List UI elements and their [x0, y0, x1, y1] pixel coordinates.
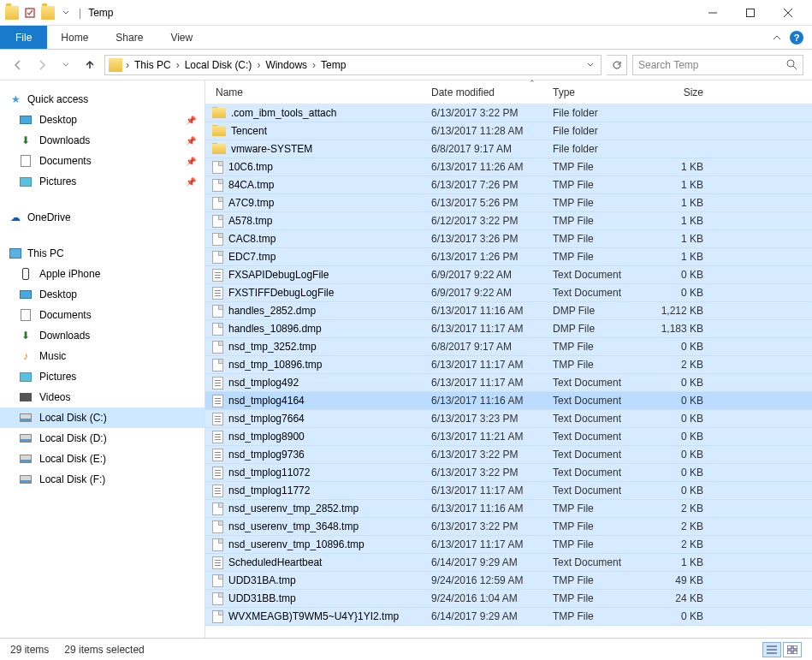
file-rows[interactable]: .com_ibm_tools_attach 6/13/2017 3:22 PM … [205, 104, 812, 638]
file-row[interactable]: FXSTIFFDebugLogFile 6/9/2017 9:22 AM Tex… [205, 284, 812, 302]
search-input[interactable] [638, 59, 786, 71]
breadcrumb-drive[interactable]: Local Disk (C:) [181, 56, 256, 74]
file-row[interactable]: nsd_tmplog8900 6/13/2017 11:21 AM Text D… [205, 428, 812, 446]
downloads-icon: ⬇ [19, 134, 33, 147]
text-file-icon [212, 269, 223, 282]
home-tab[interactable]: Home [47, 26, 102, 49]
file-row[interactable]: vmware-SYSTEM 6/8/2017 9:17 AM File fold… [205, 140, 812, 158]
file-date: 6/13/2017 11:17 AM [431, 377, 553, 389]
column-header-size[interactable]: Size [645, 86, 712, 98]
close-button[interactable] [769, 1, 807, 25]
sidebar-item[interactable]: Local Disk (C:) [0, 407, 204, 428]
maximize-button[interactable] [732, 1, 769, 25]
sidebar-item[interactable]: Local Disk (E:) [0, 449, 204, 469]
file-row[interactable]: FXSAPIDebugLogFile 6/9/2017 9:22 AM Text… [205, 266, 812, 284]
sidebar-item[interactable]: Documents [0, 305, 204, 325]
minimize-button[interactable] [694, 1, 732, 25]
file-tab[interactable]: File [0, 26, 47, 49]
file-row[interactable]: Tencent 6/13/2017 11:28 AM File folder [205, 122, 812, 140]
file-row[interactable]: EDC7.tmp 6/13/2017 1:26 PM TMP File 1 KB [205, 248, 812, 266]
disk-icon [19, 411, 33, 425]
sidebar-item[interactable]: Documents 📌 [0, 151, 204, 171]
file-row[interactable]: WVXMEAGB)T9WM5~U4Y}1YI2.tmp 6/14/2017 9:… [205, 608, 812, 626]
sidebar-item[interactable]: Desktop [0, 284, 204, 305]
file-row[interactable]: UDD31BB.tmp 9/24/2016 1:04 AM TMP File 2… [205, 590, 812, 608]
file-row[interactable]: ScheduledHeartbeat 6/14/2017 9:29 AM Tex… [205, 554, 812, 572]
address-dropdown-icon[interactable] [587, 62, 594, 68]
file-row[interactable]: handles_10896.dmp 6/13/2017 11:17 AM DMP… [205, 320, 812, 338]
breadcrumb-this-pc[interactable]: This PC [131, 56, 175, 74]
file-row[interactable]: nsd_tmplog492 6/13/2017 11:17 AM Text Do… [205, 374, 812, 392]
file-row[interactable]: 10C6.tmp 6/13/2017 11:26 AM TMP File 1 K… [205, 158, 812, 176]
pin-icon: 📌 [186, 157, 196, 166]
column-header-date[interactable]: Date modified [431, 86, 553, 98]
file-row[interactable]: nsd_tmp_3252.tmp 6/8/2017 9:17 AM TMP Fi… [205, 338, 812, 356]
sidebar-item-label: Local Disk (D:) [39, 432, 107, 444]
refresh-button[interactable] [607, 55, 627, 75]
view-tab[interactable]: View [157, 26, 206, 49]
file-row[interactable]: A7C9.tmp 6/13/2017 5:26 PM TMP File 1 KB [205, 194, 812, 212]
share-tab[interactable]: Share [102, 26, 157, 49]
navigation-pane[interactable]: ★ Quick access Desktop 📌 ⬇ Downloads 📌 D… [0, 80, 205, 638]
onedrive-header[interactable]: ☁ OneDrive [0, 207, 204, 228]
column-header-name[interactable]: Name [212, 86, 431, 98]
this-pc-header[interactable]: This PC [0, 243, 204, 264]
file-row[interactable]: A578.tmp 6/12/2017 3:22 PM TMP File 1 KB [205, 212, 812, 230]
qa-newfolder-icon[interactable] [41, 6, 55, 20]
thumbnails-view-button[interactable] [783, 642, 802, 657]
sidebar-item[interactable]: Videos [0, 387, 204, 407]
column-header-type[interactable]: Type [553, 86, 645, 98]
breadcrumb-temp[interactable]: Temp [317, 56, 349, 74]
file-row[interactable]: .com_ibm_tools_attach 6/13/2017 3:22 PM … [205, 104, 812, 122]
sidebar-item[interactable]: ⬇ Downloads [0, 325, 204, 346]
file-row[interactable]: UDD31BA.tmp 9/24/2016 12:59 AM TMP File … [205, 572, 812, 590]
ribbon-expand-icon[interactable] [773, 33, 781, 42]
chevron-right-icon[interactable]: › [175, 59, 181, 71]
chevron-right-icon[interactable]: › [124, 59, 131, 71]
chevron-right-icon[interactable]: › [311, 59, 317, 71]
sidebar-item[interactable]: Local Disk (D:) [0, 428, 204, 449]
sidebar-item[interactable]: Desktop 📌 [0, 110, 204, 130]
sidebar-item[interactable]: Local Disk (F:) [0, 469, 204, 490]
file-row[interactable]: nsd_tmplog4164 6/13/2017 11:16 AM Text D… [205, 392, 812, 410]
file-name: A7C9.tmp [228, 197, 274, 209]
help-icon[interactable]: ? [790, 31, 803, 45]
file-row[interactable]: nsd_userenv_tmp_10896.tmp 6/13/2017 11:1… [205, 536, 812, 554]
forward-button[interactable] [33, 56, 51, 74]
folder-icon [109, 58, 122, 72]
quick-access-header[interactable]: ★ Quick access [0, 89, 204, 110]
file-row[interactable]: handles_2852.dmp 6/13/2017 11:16 AM DMP … [205, 302, 812, 320]
sidebar-item[interactable]: Pictures [0, 366, 204, 387]
text-file-icon [212, 395, 223, 407]
sidebar-item[interactable]: ♪ Music [0, 346, 204, 366]
file-row[interactable]: nsd_tmp_10896.tmp 6/13/2017 11:17 AM TMP… [205, 356, 812, 374]
up-button[interactable] [80, 56, 99, 74]
details-view-button[interactable] [762, 642, 781, 657]
file-name: vmware-SYSTEM [231, 143, 312, 155]
sidebar-item[interactable]: ⬇ Downloads 📌 [0, 130, 204, 151]
file-row[interactable]: nsd_tmplog11772 6/13/2017 11:17 AM Text … [205, 482, 812, 500]
file-row[interactable]: 84CA.tmp 6/13/2017 7:26 PM TMP File 1 KB [205, 176, 812, 194]
qa-dropdown-icon[interactable] [56, 3, 75, 22]
pictures-icon [19, 175, 33, 188]
sidebar-item[interactable]: Pictures 📌 [0, 171, 204, 192]
breadcrumb-windows[interactable]: Windows [262, 56, 311, 74]
file-icon [212, 251, 223, 264]
file-icon [212, 341, 223, 354]
back-button[interactable] [9, 56, 27, 74]
address-bar[interactable]: › This PC › Local Disk (C:) › Windows › … [104, 55, 602, 75]
chevron-right-icon[interactable]: › [255, 59, 262, 71]
search-box[interactable] [632, 55, 803, 75]
search-icon[interactable] [786, 59, 797, 70]
recent-dropdown-icon[interactable] [56, 56, 75, 74]
qa-properties-icon[interactable] [21, 3, 39, 22]
file-size: 0 KB [645, 269, 712, 281]
file-type: Text Document [553, 467, 645, 479]
file-row[interactable]: nsd_tmplog7664 6/13/2017 3:23 PM Text Do… [205, 410, 812, 428]
file-row[interactable]: nsd_tmplog9736 6/13/2017 3:22 PM Text Do… [205, 446, 812, 464]
file-row[interactable]: CAC8.tmp 6/13/2017 3:26 PM TMP File 1 KB [205, 230, 812, 248]
file-row[interactable]: nsd_userenv_tmp_2852.tmp 6/13/2017 11:16… [205, 500, 812, 518]
sidebar-item[interactable]: Apple iPhone [0, 264, 204, 284]
file-row[interactable]: nsd_userenv_tmp_3648.tmp 6/13/2017 3:22 … [205, 518, 812, 536]
file-row[interactable]: nsd_tmplog11072 6/13/2017 3:22 PM Text D… [205, 464, 812, 482]
